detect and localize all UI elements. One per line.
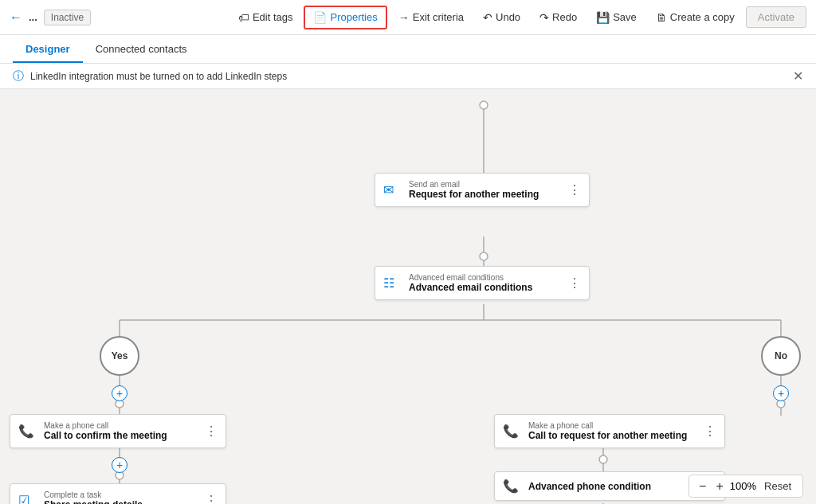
redo-icon: ↷ — [539, 11, 549, 24]
filter-icon: ☷ — [383, 275, 402, 291]
zoom-level: 100% — [730, 480, 756, 492]
zoom-bar: − + 100% Reset — [688, 475, 803, 498]
tag-icon: 🏷 — [238, 11, 249, 24]
info-close-button[interactable]: ✕ — [793, 68, 803, 84]
save-button[interactable]: 💾 Save — [588, 7, 645, 28]
status-badge: Inactive — [44, 10, 91, 25]
app-title: ... — [29, 11, 37, 23]
task-icon: ☑ — [18, 493, 37, 504]
undo-button[interactable]: ↶ Undo — [475, 7, 528, 28]
svg-point-1 — [480, 101, 488, 109]
zoom-out-button[interactable]: − — [696, 479, 709, 494]
zoom-in-button[interactable]: + — [712, 479, 726, 494]
exit-criteria-button[interactable]: → Exit criteria — [390, 7, 472, 28]
zoom-reset-button[interactable]: Reset — [759, 479, 796, 494]
yes-decision-node: Yes — [100, 336, 139, 376]
phone-filter-icon: 📞 — [503, 479, 522, 494]
node-menu-send-email[interactable]: ⋮ — [568, 182, 581, 197]
flow-canvas: ✉ Send an email Request for another meet… — [0, 89, 816, 504]
node-menu-advanced-email[interactable]: ⋮ — [568, 275, 581, 291]
topbar: ← ... Inactive 🏷 Edit tags 📄 Properties … — [0, 0, 816, 35]
copy-icon: 🗎 — [656, 11, 667, 24]
properties-icon: 📄 — [313, 11, 327, 24]
activate-button[interactable]: Activate — [746, 6, 806, 28]
call-request-node[interactable]: 📞 Make a phone call Call to request for … — [494, 414, 725, 448]
email-icon: ✉ — [383, 182, 402, 197]
save-icon: 💾 — [596, 11, 610, 24]
phone-icon-2: 📞 — [503, 424, 522, 439]
node-menu-complete-task[interactable]: ⋮ — [205, 493, 218, 504]
tabs-bar: Designer Connected contacts — [0, 35, 816, 64]
edit-tags-button[interactable]: 🏷 Edit tags — [230, 7, 301, 28]
add-after-yes-button[interactable]: + — [112, 385, 128, 401]
node-menu-call-request[interactable]: ⋮ — [704, 424, 716, 439]
topbar-actions: 🏷 Edit tags 📄 Properties → Exit criteria… — [230, 6, 806, 29]
advanced-email-node[interactable]: ☷ Advanced email conditions Advanced ema… — [375, 266, 590, 300]
info-bar: ⓘ LinkedIn integration must be turned on… — [0, 64, 816, 89]
exit-icon: → — [398, 11, 410, 24]
svg-point-25 — [599, 455, 607, 463]
add-after-no-button[interactable]: + — [773, 385, 789, 401]
back-button[interactable]: ← — [10, 10, 22, 25]
tab-connected-contacts[interactable]: Connected contacts — [83, 37, 200, 63]
call-confirm-node[interactable]: 📞 Make a phone call Call to confirm the … — [10, 414, 226, 448]
redo-button[interactable]: ↷ Redo — [532, 7, 585, 28]
send-email-node[interactable]: ✉ Send an email Request for another meet… — [375, 173, 590, 207]
no-decision-node: No — [761, 336, 801, 376]
create-copy-button[interactable]: 🗎 Create a copy — [648, 7, 743, 28]
svg-point-3 — [480, 252, 488, 260]
node-menu-call-confirm[interactable]: ⋮ — [205, 424, 218, 439]
info-icon: ⓘ — [13, 69, 24, 84]
complete-task-node[interactable]: ☑ Complete a task Share meeting details … — [10, 483, 226, 504]
properties-button[interactable]: 📄 Properties — [304, 6, 386, 29]
add-after-call-confirm-button[interactable]: + — [112, 457, 128, 473]
phone-icon: 📞 — [18, 424, 37, 439]
undo-icon: ↶ — [483, 11, 492, 24]
tab-designer[interactable]: Designer — [13, 37, 83, 63]
